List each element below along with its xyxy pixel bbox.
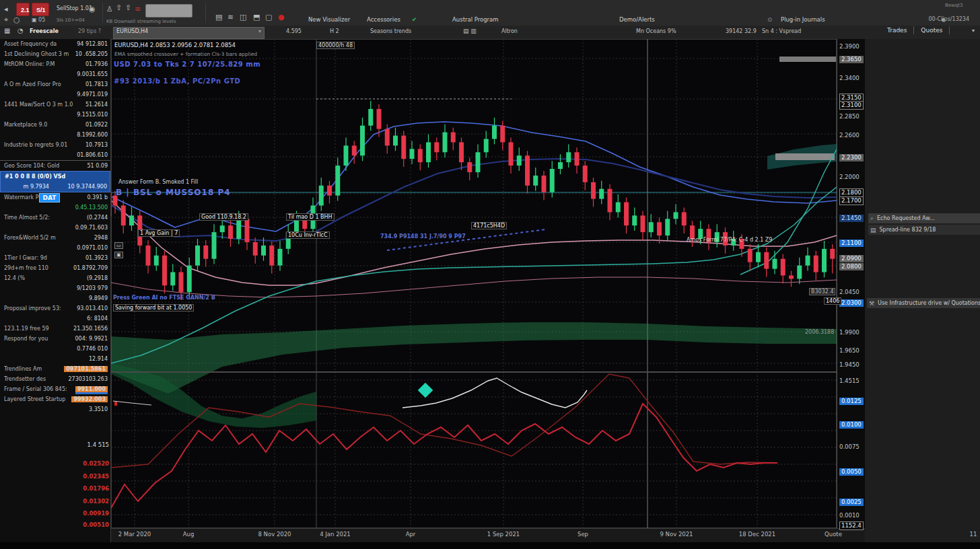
time-axis-label: 4 Jan 2021	[320, 531, 351, 538]
market-watch-row[interactable]: 9.0031.655	[0, 69, 110, 79]
symbol-value: (0.2744	[87, 215, 108, 221]
gear-icon[interactable]: ⊙	[767, 16, 772, 23]
chart-annotation: Answer Form B. Smoked 1 Fill	[118, 179, 198, 185]
eye-icon[interactable]: ◉	[89, 5, 96, 13]
chart-canvas[interactable]	[111, 39, 837, 528]
layout-icon[interactable]: ⬒	[253, 13, 260, 21]
market-watch-row[interactable]: 9.8949	[0, 293, 110, 303]
price-axis-label: 0.0100	[839, 421, 864, 429]
market-watch-row[interactable]: #1 0 0 8 8 (0/0) VSdm 9.793410 9.3744.90…	[0, 171, 110, 192]
chart-symbol-info: EURUSD,H4 2.0853 2.0956 2.0781 2.0854	[114, 42, 236, 48]
cursor-icon[interactable]: ◂	[4, 5, 8, 13]
market-watch-row[interactable]: 9.1515.010	[0, 110, 110, 120]
market-watch-row[interactable]: MtROM Online: P.M01.7936	[0, 59, 110, 69]
menu-plugin-journals[interactable]: Plug-in Journals	[781, 16, 825, 23]
market-watch-row[interactable]: Frame / Serial 306 845:9911.000	[0, 384, 110, 394]
sell-button[interactable]: S/1	[32, 3, 49, 16]
market-watch-row[interactable]: 29d+m free 11001.8792.709	[0, 263, 110, 273]
symbol-value: 10 .658.205	[75, 51, 108, 57]
chart-annotation: 4171c5H4D	[471, 222, 507, 229]
zoom-level[interactable]: 4.595	[286, 28, 302, 34]
circle-icon[interactable]: ○	[13, 16, 20, 24]
symbol-value: 51.2614	[85, 102, 108, 108]
session-label: 00-Clips/13234	[875, 16, 969, 22]
order-size-input[interactable]	[145, 4, 193, 17]
tile-icons[interactable]: ▤ ▥	[463, 28, 477, 34]
chart-volume-box: 400000/h 48	[316, 42, 355, 49]
symbol-select[interactable]: EURUSD,H4▾	[113, 27, 265, 39]
arrow-up2-icon[interactable]: ⇧	[125, 4, 131, 11]
market-watch-row[interactable]: Proposal improve 53:93.013.410	[0, 303, 110, 314]
tab-trades[interactable]: Trades	[880, 26, 914, 34]
chart-annotation: Saving forward bit at 1.0050	[113, 304, 194, 312]
clock-icon[interactable]: ◔	[18, 28, 24, 34]
market-watch-row[interactable]: 3.3510	[0, 404, 110, 414]
market-watch-row[interactable]: 12.4 (%(9.2918	[0, 273, 110, 283]
caret-right-icon[interactable]: ▾	[972, 28, 975, 34]
market-watch-row[interactable]: 1st Declining Ghost 3 m10 .658.205	[0, 49, 110, 59]
album-label[interactable]: Altron	[501, 28, 518, 34]
market-watch-row[interactable]: Trendsetter des27303103.263	[0, 374, 110, 384]
buy-button[interactable]: 2.1	[16, 3, 30, 16]
arrow-up-icon[interactable]: ⇧	[116, 4, 122, 11]
market-watch-row[interactable]: Trendlines Am097101.5861	[0, 364, 110, 374]
price-axis-label: 2.0450	[839, 289, 860, 296]
symbol-label: 1441 Maw/Sort O 3 m 1.0	[4, 102, 73, 108]
market-watch-row[interactable]: 0.09.71.603	[0, 223, 110, 233]
market-watch-row[interactable]: 8.1992.600	[0, 130, 110, 140]
symbol-value-2: 10 9.3744.900	[67, 184, 107, 190]
burger-red-icon[interactable]: ≡	[135, 5, 141, 13]
chart-annotation: 734.9 P9148 31 J.7/90 9 P97	[380, 233, 466, 240]
market-watch-row[interactable]: Asset Frequency da94 912.801	[0, 39, 110, 49]
market-watch-row[interactable]: Time Almost 5/2:(0.2744	[0, 213, 110, 223]
market-watch-row[interactable]: 123.1.19 free 5921.350.1656	[0, 324, 110, 334]
time-axis-label: 9 Nov 2021	[660, 531, 693, 538]
price-axis-label: 2.3650	[839, 56, 864, 63]
chart-annotation: B | BSL o MUSSO18 P4	[116, 188, 231, 197]
grid-icon[interactable]: ▦	[4, 28, 10, 34]
market-watch-row[interactable]: 0.7746 010	[0, 344, 110, 354]
market-watch-row[interactable]: Respond for you004: 9.9921	[0, 334, 110, 344]
market-watch-row[interactable]: Forex&World 5/2 m2948	[0, 233, 110, 243]
market-watch-row[interactable]: 6: 8104	[0, 314, 110, 324]
market-watch-row[interactable]: 1Tier I Gwar: 9d01.3923	[0, 253, 110, 263]
record-icon[interactable]: ●	[278, 13, 285, 21]
symbol-label: Geo Score 104: Gold	[4, 163, 59, 169]
market-watch-row[interactable]: Layered Street Startup99932.003	[0, 394, 110, 404]
market-watch-row[interactable]: Industrie b regrets 9.0110.7913	[0, 140, 110, 150]
person-icon[interactable]: ♙	[106, 5, 113, 13]
market-watch-row[interactable]: 01.806.610	[0, 150, 110, 160]
price-axis-label: 1.9450	[839, 361, 860, 369]
menu-accessories[interactable]: Accessories	[367, 16, 400, 23]
right-panel-row-1[interactable]: ⌕ Echo Requested Aw...	[868, 213, 980, 223]
crosshair-icon[interactable]: ⌖	[4, 16, 8, 24]
menu-demo-alerts[interactable]: Demo/Alerts	[619, 16, 655, 23]
market-watch-row[interactable]: 0.0971.010	[0, 243, 110, 253]
doc-icon[interactable]: ▢	[265, 13, 272, 21]
market-watch-row[interactable]: Watermark PDAT0.391 b	[0, 192, 110, 203]
right-panel-row-1-label: Echo Requested Aw...	[877, 215, 935, 221]
chart-note-2: #93 2013/b 1 ZbA, PC/2Pn GTD	[114, 77, 240, 85]
chart-annotation: Press Green AI no FTSE GANN/2 B	[113, 295, 215, 301]
market-watch-row[interactable]: Marketplace 9.001.0922	[0, 120, 110, 130]
session-trends-label[interactable]: Seasons trends	[370, 28, 411, 34]
tab-quotes[interactable]: Quotes	[914, 26, 950, 34]
timeframe-label[interactable]: H 2	[330, 28, 339, 34]
market-watch-row[interactable]: Geo Score 104: Gold51 0.09	[0, 160, 110, 171]
market-watch-row[interactable]: 12.914	[0, 354, 110, 364]
right-panel-bottom-row[interactable]: ⚒ Use Infrastructure drive w/ Quotations	[867, 298, 980, 308]
menu-new-visualizer[interactable]: New Visualizer	[308, 16, 350, 23]
order-type-label[interactable]: SellStop 1.01	[57, 5, 92, 11]
candlestick-chart-icon[interactable]: ▤	[215, 13, 222, 21]
market-watch-row[interactable]: A O m Azed Floor Pro01.7813	[0, 79, 110, 89]
chart-note-1: USD 7.03 to Tks 2 7 107/25.829 mm	[114, 61, 260, 68]
line-chart-icon[interactable]: ≋	[228, 13, 234, 21]
market-watch-row[interactable]: 0.45.13.500	[0, 203, 110, 213]
market-watch-row[interactable]: 9.4971.019	[0, 89, 110, 100]
grid-lot-icon[interactable]: ▣ 05	[32, 17, 45, 23]
market-watch-row[interactable]: 9/1203 979	[0, 283, 110, 293]
menu-austral-program[interactable]: Austral Program	[452, 16, 499, 23]
market-watch-row[interactable]: 1441 Maw/Sort O 3 m 1.051.2614	[0, 100, 110, 110]
printer-icon[interactable]: ◫	[240, 13, 246, 21]
right-panel-row-2[interactable]: ▤ Spread-line 832 9/18	[868, 225, 980, 235]
